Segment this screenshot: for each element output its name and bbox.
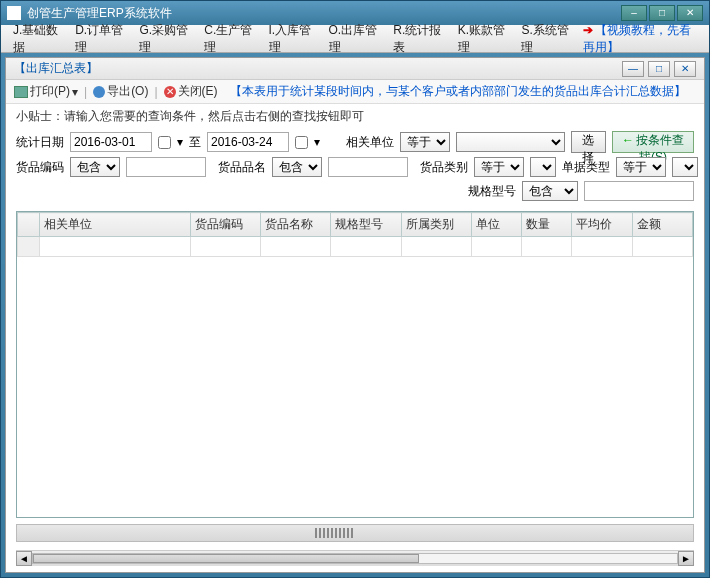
menu-outbound[interactable]: O.出库管理: [321, 18, 386, 60]
col-prod-name[interactable]: 货品名称: [261, 213, 331, 237]
date-to-checkbox[interactable]: [295, 136, 308, 149]
prod-code-label: 货品编码: [16, 159, 64, 176]
print-button[interactable]: 打印(P) ▾: [14, 83, 78, 100]
menu-inbound[interactable]: I.入库管理: [261, 18, 321, 60]
col-prod-code[interactable]: 货品编码: [190, 213, 260, 237]
app-window: 创管生产管理ERP系统软件 – □ ✕ J.基础数据 D.订单管理 G.采购管理…: [0, 0, 710, 578]
scroll-right-icon[interactable]: ►: [678, 551, 694, 566]
close-icon: ✕: [164, 86, 176, 98]
export-button[interactable]: 导出(O): [93, 83, 148, 100]
col-unit[interactable]: 单位: [472, 213, 522, 237]
table-row[interactable]: [18, 237, 693, 257]
scroll-thumb[interactable]: [33, 554, 419, 563]
content-area: 【出库汇总表】 — □ ✕ 打印(P) ▾ | 导出(O) | ✕关闭(E) 【…: [5, 57, 705, 573]
spec-label: 规格型号: [468, 183, 516, 200]
search-button[interactable]: ←按条件查找(S): [612, 131, 694, 153]
scroll-left-icon[interactable]: ◄: [16, 551, 32, 566]
prod-cat-select[interactable]: [530, 157, 556, 177]
prod-name-input[interactable]: [328, 157, 408, 177]
related-unit-select[interactable]: [456, 132, 565, 152]
sub-min-button[interactable]: —: [622, 61, 644, 77]
menu-basic-data[interactable]: J.基础数据: [5, 18, 67, 60]
hint-text: 小贴士：请输入您需要的查询条件，然后点击右侧的查找按钮即可: [6, 104, 704, 129]
prod-name-label: 货品品名: [218, 159, 266, 176]
close-button[interactable]: ✕关闭(E): [164, 83, 218, 100]
grid-footer: [16, 524, 694, 542]
bill-type-select[interactable]: [672, 157, 698, 177]
sub-titlebar: 【出库汇总表】 — □ ✕: [6, 58, 704, 80]
toolbar-description: 【本表用于统计某段时间内，与某个客户或者内部部门发生的货品出库合计汇总数据】: [230, 83, 686, 100]
related-unit-op-select[interactable]: 等于: [400, 132, 450, 152]
prod-cat-label: 货品类别: [420, 159, 468, 176]
col-avg-price[interactable]: 平均价: [572, 213, 632, 237]
arrow-left-icon: ←: [622, 133, 634, 147]
bill-type-label: 单据类型: [562, 159, 610, 176]
stat-date-label: 统计日期: [16, 134, 64, 151]
spec-input[interactable]: [584, 181, 694, 201]
export-icon: [93, 86, 105, 98]
data-grid: 相关单位 货品编码 货品名称 规格型号 所属类别 单位 数量 平均价 金额: [16, 211, 694, 518]
prod-cat-op-select[interactable]: 等于: [474, 157, 524, 177]
sub-title: 【出库汇总表】: [14, 60, 98, 77]
col-related-unit[interactable]: 相关单位: [40, 213, 191, 237]
sub-window-controls: — □ ✕: [622, 61, 696, 77]
toolbar: 打印(P) ▾ | 导出(O) | ✕关闭(E) 【本表用于统计某段时间内，与某…: [6, 80, 704, 104]
video-tutorial-link[interactable]: ➔【视频教程，先看再用】: [577, 18, 705, 60]
prod-code-op-select[interactable]: 包含: [70, 157, 120, 177]
horizontal-scrollbar[interactable]: ◄ ►: [16, 550, 694, 566]
date-to-input[interactable]: [207, 132, 289, 152]
printer-icon: [14, 86, 28, 98]
sub-max-button[interactable]: □: [648, 61, 670, 77]
select-button[interactable]: 选择: [571, 131, 606, 153]
arrow-right-icon: ➔: [583, 23, 593, 37]
scroll-track[interactable]: [32, 553, 678, 564]
menu-account[interactable]: K.账款管理: [450, 18, 514, 60]
filter-panel: 统计日期 ▾ 至 ▾ 相关单位 等于 选择 ←按条件查找(S) 货品编码 包含 …: [6, 129, 704, 211]
col-spec[interactable]: 规格型号: [331, 213, 401, 237]
col-qty[interactable]: 数量: [522, 213, 572, 237]
spec-op-select[interactable]: 包含: [522, 181, 578, 201]
menu-system[interactable]: S.系统管理: [513, 18, 577, 60]
menu-purchase[interactable]: G.采购管理: [131, 18, 196, 60]
prod-name-op-select[interactable]: 包含: [272, 157, 322, 177]
date-from-input[interactable]: [70, 132, 152, 152]
menu-order[interactable]: D.订单管理: [67, 18, 131, 60]
col-amount[interactable]: 金额: [632, 213, 692, 237]
date-from-checkbox[interactable]: [158, 136, 171, 149]
bill-type-op-select[interactable]: 等于: [616, 157, 666, 177]
menubar: J.基础数据 D.订单管理 G.采购管理 C.生产管理 I.入库管理 O.出库管…: [1, 25, 709, 53]
sub-close-button[interactable]: ✕: [674, 61, 696, 77]
prod-code-input[interactable]: [126, 157, 206, 177]
col-category[interactable]: 所属类别: [401, 213, 471, 237]
row-handle-header: [18, 213, 40, 237]
menu-production[interactable]: C.生产管理: [196, 18, 260, 60]
table-header-row: 相关单位 货品编码 货品名称 规格型号 所属类别 单位 数量 平均价 金额: [18, 213, 693, 237]
related-unit-label: 相关单位: [346, 134, 394, 151]
menu-report[interactable]: R.统计报表: [385, 18, 449, 60]
